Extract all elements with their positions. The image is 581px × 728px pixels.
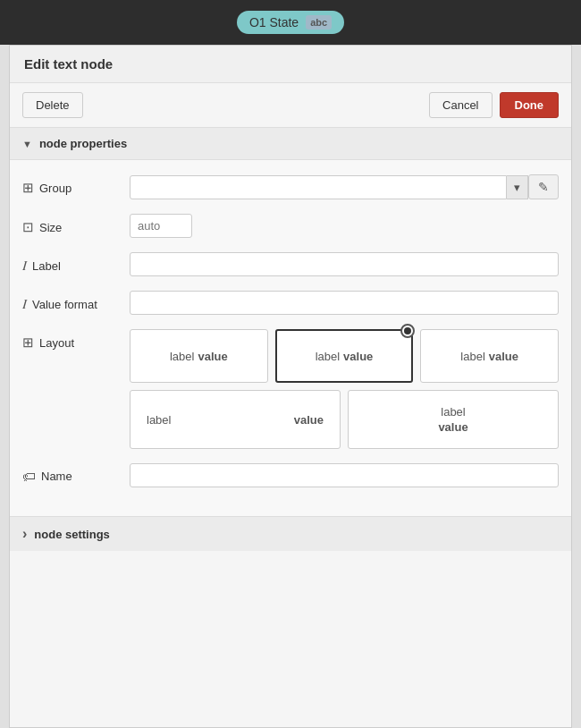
group-dropdown-arrow[interactable]: ▾ [507, 175, 528, 199]
name-label-text: Name [41, 470, 72, 483]
chevron-down-icon: ▼ [22, 139, 32, 149]
value-format-row: 𝐼 Value format <font color= {{msg.O1_Col… [22, 291, 559, 315]
layout-3-label: label [460, 350, 484, 363]
node-properties-content: ⊞ Group [NETIO AN30 (REST JSON)] O1 - O4… [10, 160, 571, 516]
value-format-icon: 𝐼 [22, 296, 27, 312]
layout-icon: ⊞ [22, 334, 34, 351]
name-icon: 🏷 [22, 469, 36, 484]
name-row: 🏷 Name O1 State [22, 463, 559, 487]
layout-option-4[interactable]: label value [130, 390, 341, 449]
done-button[interactable]: Done [500, 92, 560, 118]
layout-3-value: value [489, 350, 518, 363]
layout-rows: label value label value label value [130, 329, 559, 449]
size-row: ⊡ Size [22, 214, 559, 238]
label-input[interactable]: <font color= {{msg.O1_Color}} > O1 =</fo… [130, 252, 559, 276]
group-icon: ⊞ [22, 180, 34, 196]
group-label-text: Group [39, 182, 72, 195]
value-format-input-container: <font color= {{msg.O1_Color}} > {{msg.O1… [130, 291, 559, 315]
edit-panel: Edit text node Delete Cancel Done ▼ node… [9, 45, 572, 728]
panel-header: Edit text node [10, 46, 571, 83]
name-label: 🏷 Name [22, 463, 121, 484]
size-input[interactable] [130, 214, 192, 238]
chevron-right-icon: › [22, 526, 27, 542]
top-bar: O1 State abc [0, 0, 581, 45]
layout-2-radio [400, 324, 415, 338]
group-row: ⊞ Group [NETIO AN30 (REST JSON)] O1 - O4… [22, 174, 559, 199]
layout-row: ⊞ Layout label value label value [22, 329, 559, 449]
name-input[interactable]: O1 State [130, 463, 559, 487]
layout-4-label: label [147, 413, 171, 427]
cancel-button[interactable]: Cancel [429, 92, 492, 118]
value-format-label: 𝐼 Value format [22, 291, 121, 312]
toolbar: Delete Cancel Done [10, 83, 571, 128]
label-row: 𝐼 Label <font color= {{msg.O1_Color}} > … [22, 252, 559, 276]
layout-1-label: label [170, 350, 194, 363]
layout-4-value: value [294, 413, 324, 427]
layout-row-2: label value label value [130, 390, 559, 449]
layout-5-label: label [441, 405, 465, 419]
node-properties-section-header[interactable]: ▼ node properties [10, 128, 571, 160]
layout-option-5[interactable]: label value [348, 390, 559, 449]
size-input-container [130, 214, 559, 238]
label-label-text: Label [32, 259, 61, 273]
layout-option-2[interactable]: label value [275, 329, 414, 383]
group-input-container: [NETIO AN30 (REST JSON)] O1 - O4 C ▾ ✎ [130, 174, 559, 199]
group-edit-button[interactable]: ✎ [528, 174, 559, 199]
layout-row-1: label value label value label value [130, 329, 559, 383]
layout-1-value: value [198, 350, 227, 363]
value-format-input[interactable]: <font color= {{msg.O1_Color}} > {{msg.O1… [130, 291, 559, 315]
layout-label: ⊞ Layout [22, 329, 121, 351]
delete-button[interactable]: Delete [22, 92, 83, 118]
group-label: ⊞ Group [22, 174, 121, 196]
node-type: abc [306, 15, 332, 30]
size-label-text: Size [39, 221, 62, 234]
layout-2-value: value [343, 350, 373, 363]
layout-5-value: value [438, 420, 467, 434]
layout-option-1[interactable]: label value [130, 329, 268, 383]
name-input-container: O1 State [130, 463, 559, 487]
node-properties-label: node properties [39, 137, 127, 150]
group-select[interactable]: [NETIO AN30 (REST JSON)] O1 - O4 C [130, 175, 507, 199]
value-format-label-text: Value format [32, 298, 97, 311]
size-icon: ⊡ [22, 219, 34, 235]
node-name: O1 State [249, 15, 299, 30]
node-badge: O1 State abc [237, 11, 344, 34]
layout-2-label: label [316, 350, 340, 363]
label-label: 𝐼 Label [22, 252, 121, 274]
layout-option-3[interactable]: label value [420, 329, 559, 383]
layout-label-text: Layout [39, 336, 74, 350]
size-label: ⊡ Size [22, 214, 121, 235]
label-input-container: <font color= {{msg.O1_Color}} > O1 =</fo… [130, 252, 559, 276]
node-settings-label: node settings [34, 528, 110, 541]
panel-title: Edit text node [24, 56, 113, 72]
layout-options: label value label value label value [130, 329, 559, 449]
label-icon: 𝐼 [22, 258, 27, 274]
node-settings-section-header[interactable]: › node settings [10, 516, 571, 551]
